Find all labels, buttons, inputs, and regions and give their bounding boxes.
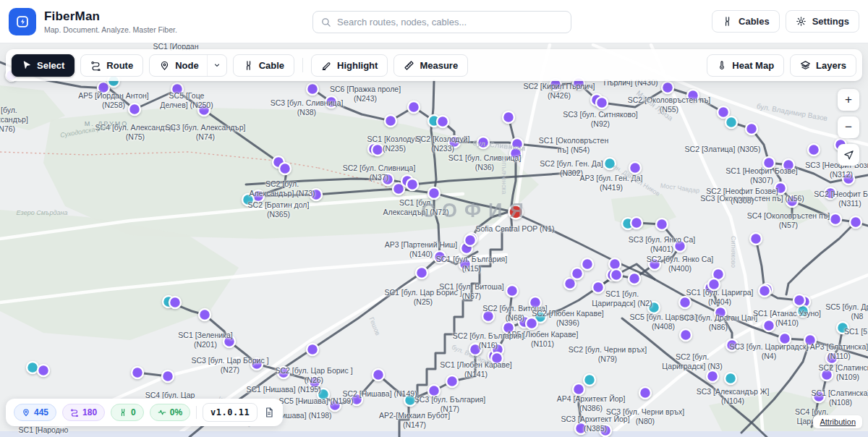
map-node[interactable]: [491, 352, 503, 364]
map-node[interactable]: [416, 267, 427, 279]
map-node[interactable]: [382, 174, 393, 185]
map-node[interactable]: [631, 217, 642, 229]
map-node[interactable]: [477, 137, 489, 148]
map-node[interactable]: [843, 173, 854, 184]
map-node[interactable]: [564, 278, 576, 289]
map-node[interactable]: [169, 297, 181, 308]
map-node[interactable]: [763, 320, 775, 331]
map-node[interactable]: [759, 285, 770, 297]
map-node[interactable]: [329, 399, 341, 411]
changelog-button[interactable]: [263, 407, 275, 418]
map-node[interactable]: [707, 370, 718, 382]
map-node[interactable]: [837, 322, 848, 334]
map-node[interactable]: [830, 213, 841, 225]
node-tool-dropdown[interactable]: [207, 55, 226, 76]
map-node[interactable]: [775, 182, 786, 194]
map-node[interactable]: [680, 329, 692, 341]
map-node[interactable]: [318, 389, 329, 400]
map-node[interactable]: [464, 234, 476, 246]
map-node[interactable]: [610, 269, 622, 281]
map-node[interactable]: [309, 376, 320, 388]
map-node[interactable]: [448, 136, 460, 148]
map-node[interactable]: [385, 115, 396, 127]
map-node[interactable]: [503, 322, 514, 334]
map-node[interactable]: [459, 258, 471, 270]
map-node[interactable]: [825, 187, 836, 199]
map-node[interactable]: [596, 97, 608, 109]
map-node[interactable]: [434, 251, 446, 263]
highlight-tool-button[interactable]: Highlight: [311, 54, 388, 77]
attribution-link[interactable]: Attribution: [813, 415, 862, 428]
map-node[interactable]: [510, 148, 522, 159]
map-node[interactable]: [132, 367, 143, 378]
map-node[interactable]: [171, 83, 183, 95]
map-node[interactable]: [797, 305, 809, 317]
map-node[interactable]: [629, 162, 641, 174]
layers-button[interactable]: Layers: [790, 54, 856, 77]
map-node[interactable]: [242, 194, 254, 205]
map-node[interactable]: [279, 163, 291, 174]
map-node[interactable]: [351, 394, 362, 405]
map-node[interactable]: [326, 96, 337, 108]
select-tool-button[interactable]: Select: [12, 54, 75, 77]
map-node[interactable]: [307, 83, 318, 95]
zoom-out-button[interactable]: −: [838, 116, 859, 138]
map-node[interactable]: [813, 391, 825, 402]
map-node[interactable]: [529, 297, 541, 308]
map-node[interactable]: [826, 352, 838, 364]
map-node[interactable]: [687, 90, 699, 101]
map-node[interactable]: [718, 106, 729, 118]
map-node[interactable]: [224, 336, 235, 347]
map-node[interactable]: [526, 318, 537, 329]
map-node[interactable]: [199, 309, 210, 321]
map-node[interactable]: [307, 344, 318, 355]
map-node[interactable]: [746, 123, 757, 135]
map-node[interactable]: [629, 273, 640, 284]
map-node[interactable]: [408, 101, 420, 113]
map-node[interactable]: [648, 302, 660, 313]
search-bar[interactable]: [312, 11, 571, 33]
map-node[interactable]: [404, 394, 416, 406]
map-node[interactable]: [725, 373, 736, 384]
map-node[interactable]: [575, 423, 587, 434]
map-node[interactable]: [662, 82, 673, 93]
map-node[interactable]: [428, 187, 440, 199]
locate-button[interactable]: [838, 144, 859, 166]
map-node[interactable]: [779, 333, 791, 344]
map-node[interactable]: [407, 179, 418, 190]
map-node[interactable]: [373, 369, 384, 381]
map-node[interactable]: [674, 240, 686, 252]
map-node[interactable]: [793, 294, 805, 306]
map-node[interactable]: [715, 307, 726, 318]
map-node[interactable]: [708, 279, 720, 290]
map-node[interactable]: [503, 111, 514, 123]
fiber-route-line[interactable]: [498, 291, 512, 349]
map-node[interactable]: [600, 425, 611, 436]
map-node[interactable]: [506, 285, 518, 297]
map-node[interactable]: [582, 258, 593, 270]
map-node[interactable]: [786, 195, 798, 207]
map-node[interactable]: [198, 104, 210, 116]
map-node[interactable]: [656, 218, 668, 230]
map-node[interactable]: [726, 116, 737, 128]
map-node[interactable]: [372, 144, 383, 156]
map-node[interactable]: [469, 344, 481, 355]
map-node[interactable]: [726, 339, 738, 351]
map-node[interactable]: [783, 159, 794, 171]
map-node[interactable]: [573, 383, 584, 395]
central-pop-node[interactable]: [509, 205, 523, 219]
map-node[interactable]: [808, 144, 820, 156]
zoom-in-button[interactable]: +: [838, 89, 859, 111]
map-node[interactable]: [162, 370, 174, 382]
cables-button[interactable]: Cables: [712, 10, 780, 33]
map-node[interactable]: [38, 365, 49, 376]
map-node[interactable]: [649, 258, 660, 270]
map-node[interactable]: [804, 334, 816, 346]
node-tool-button[interactable]: Node: [150, 55, 207, 76]
map-node[interactable]: [129, 103, 140, 115]
map-node[interactable]: [27, 362, 38, 373]
map-node[interactable]: [850, 216, 861, 228]
map-node[interactable]: [310, 189, 322, 200]
route-tool-button[interactable]: Route: [80, 54, 143, 77]
search-input[interactable]: [337, 17, 563, 27]
